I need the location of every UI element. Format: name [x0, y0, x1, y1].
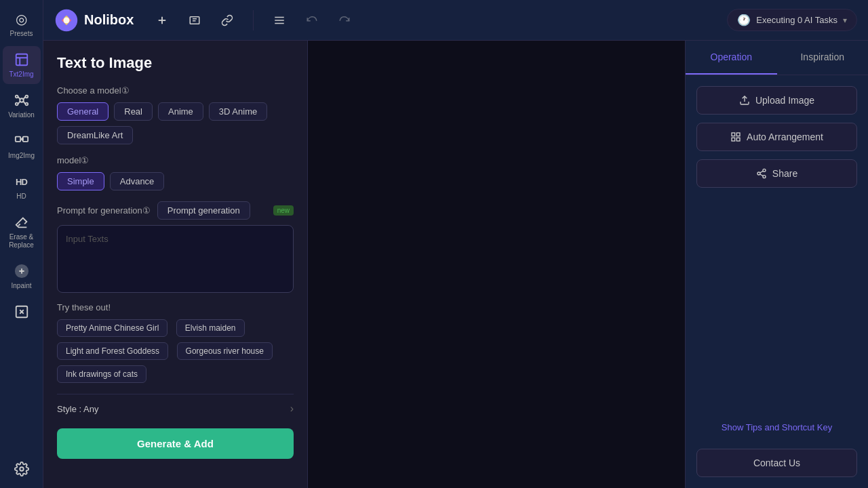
logo-area: Nolibox: [54, 8, 134, 33]
sidebar: ◎ Presets Txt2Img Variation Img2Img HD H…: [0, 0, 43, 488]
sidebar-label-presets: Presets: [10, 30, 33, 38]
share-icon: [756, 168, 767, 179]
mode-tag-advance[interactable]: Advance: [110, 172, 165, 190]
canvas-area[interactable]: [308, 41, 685, 488]
try-tags-group: Pretty Anime Chinese Girl Elvish maiden …: [57, 319, 294, 388]
arrangement-icon: [730, 131, 741, 142]
sidebar-label-variation: Variation: [8, 111, 35, 119]
svg-rect-30: [736, 138, 740, 141]
upload-icon: [739, 95, 750, 106]
choose-model-label: Choose a model①: [57, 85, 294, 96]
executing-label: Executing 0 AI Tasks: [756, 15, 837, 25]
prompt-generation-button[interactable]: Prompt generation: [157, 201, 250, 220]
left-panel: Text to Image Choose a model① General Re…: [43, 41, 308, 488]
sidebar-item-inpaint[interactable]: Inpaint: [3, 258, 41, 296]
img2img-icon: [14, 133, 30, 149]
sidebar-item-hd[interactable]: HD HD: [3, 168, 41, 206]
menu-button[interactable]: [267, 8, 292, 33]
try-tag-ink[interactable]: Ink drawings of cats: [57, 365, 146, 383]
page-title: Text to Image: [57, 54, 294, 72]
share-label: Share: [772, 168, 797, 179]
svg-point-15: [20, 467, 24, 471]
right-content: Upload Image Auto Arrangement Share Show…: [686, 75, 868, 449]
model-tag-general[interactable]: General: [57, 102, 108, 121]
right-panel: Operation Inspiration Upload Image Auto …: [685, 41, 868, 488]
try-tag-elvish[interactable]: Elvish maiden: [176, 319, 245, 337]
undo-button[interactable]: [300, 8, 324, 33]
add-button[interactable]: [150, 8, 174, 33]
sidebar-label-inpaint: Inpaint: [11, 282, 31, 290]
erase-icon: [14, 214, 30, 230]
svg-point-2: [15, 96, 18, 98]
logo-text: Nolibox: [84, 12, 134, 28]
svg-line-7: [22, 97, 25, 100]
try-tag-forest[interactable]: Light and Forest Goddess: [57, 342, 168, 360]
sidebar-item-variation[interactable]: Variation: [3, 87, 41, 125]
style-label: Style : Any: [57, 404, 98, 414]
auto-arrangement-button[interactable]: Auto Arrangement: [696, 123, 857, 151]
tab-inspiration[interactable]: Inspiration: [777, 41, 869, 75]
tab-operation[interactable]: Operation: [686, 41, 777, 75]
style-row[interactable]: Style : Any ›: [57, 394, 294, 423]
svg-rect-28: [736, 133, 740, 136]
model-tag-dreamlike[interactable]: DreamLike Art: [57, 126, 133, 144]
sidebar-item-settings[interactable]: [3, 455, 41, 483]
input-texts-field[interactable]: [57, 225, 294, 293]
svg-point-17: [64, 17, 70, 23]
svg-line-35: [760, 171, 764, 173]
sidebar-item-img2img[interactable]: Img2Img: [3, 127, 41, 165]
mode-label: model①: [57, 155, 294, 165]
try-these-label: Try these out!: [57, 302, 294, 312]
svg-point-5: [25, 103, 28, 106]
model-tag-anime[interactable]: Anime: [158, 102, 203, 121]
sidebar-label-hd: HD: [16, 192, 26, 201]
svg-line-9: [22, 101, 25, 104]
svg-point-31: [763, 169, 766, 171]
svg-point-4: [15, 103, 18, 106]
try-tag-river[interactable]: Gorgeous river house: [177, 342, 273, 360]
svg-point-33: [763, 176, 766, 178]
text-button[interactable]: [182, 8, 207, 33]
svg-rect-10: [15, 137, 20, 142]
svg-point-32: [757, 172, 760, 175]
svg-rect-29: [732, 138, 735, 141]
upload-image-label: Upload Image: [755, 95, 814, 106]
remove-icon: [14, 304, 30, 320]
executing-badge[interactable]: 🕐 Executing 0 AI Tasks ▾: [727, 9, 857, 31]
svg-line-6: [18, 97, 20, 100]
sidebar-label-img2img: Img2Img: [8, 152, 35, 160]
svg-rect-0: [16, 54, 27, 66]
svg-line-34: [760, 174, 764, 176]
share-button[interactable]: Share: [696, 159, 857, 188]
svg-rect-27: [732, 133, 735, 136]
topbar-right: 🕐 Executing 0 AI Tasks ▾: [727, 9, 857, 31]
sidebar-item-remove[interactable]: [3, 298, 41, 325]
show-tips-link[interactable]: Show Tips and Shortcut Key: [696, 417, 857, 438]
model-tag-real[interactable]: Real: [114, 102, 153, 121]
right-tabs: Operation Inspiration: [686, 41, 868, 75]
upload-image-button[interactable]: Upload Image: [696, 86, 857, 115]
sidebar-label-erase: Erase &Replace: [9, 233, 34, 249]
generate-add-button[interactable]: Generate & Add: [57, 428, 294, 459]
redo-button[interactable]: [332, 8, 357, 33]
mode-tag-group: Simple Advance: [57, 172, 294, 190]
contact-us-button[interactable]: Contact Us: [696, 449, 857, 477]
auto-arrangement-label: Auto Arrangement: [747, 131, 823, 142]
clock-icon: 🕐: [737, 14, 751, 26]
sidebar-item-erase[interactable]: Erase &Replace: [3, 209, 41, 255]
model-tag-group: General Real Anime 3D Anime DreamLike Ar…: [57, 102, 294, 144]
content-area: Text to Image Choose a model① General Re…: [43, 41, 868, 488]
sidebar-item-presets[interactable]: ◎ Presets: [3, 5, 41, 43]
sidebar-label-txt2img: Txt2Img: [9, 70, 33, 79]
hd-icon: HD: [14, 174, 30, 190]
prompt-wrapper: Prompt for generation① Prompt generation…: [57, 201, 294, 296]
link-button[interactable]: [215, 8, 239, 33]
svg-point-3: [25, 96, 28, 98]
model-tag-3danime[interactable]: 3D Anime: [209, 102, 267, 121]
main-area: Nolibox 🕐 Executing 0 AI Tasks ▾: [43, 0, 868, 488]
mode-tag-simple[interactable]: Simple: [57, 172, 104, 190]
svg-line-8: [18, 101, 20, 104]
inpaint-icon: [14, 263, 30, 279]
try-tag-anime-girl[interactable]: Pretty Anime Chinese Girl: [57, 319, 167, 337]
sidebar-item-txt2img[interactable]: Txt2Img: [3, 46, 41, 84]
